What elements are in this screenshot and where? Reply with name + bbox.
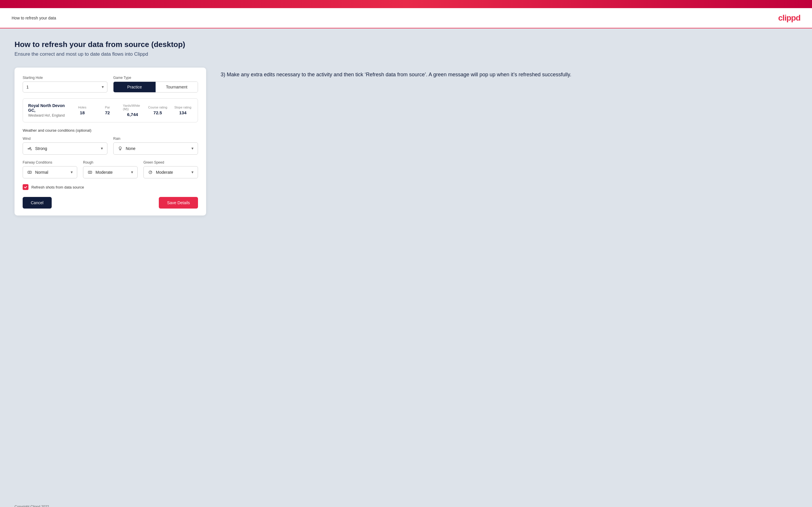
green-speed-dropdown[interactable]: Moderate ▼	[143, 166, 198, 178]
header: How to refresh your data clippd	[0, 8, 812, 29]
starting-hole-select[interactable]: 1 10	[22, 81, 107, 93]
wind-value: Strong	[35, 146, 98, 151]
green-speed-label: Green Speed	[143, 160, 198, 164]
rough-chevron-icon: ▼	[130, 170, 134, 174]
svg-point-2	[29, 172, 30, 173]
starting-hole-select-wrapper: 1 10 ▼	[22, 81, 107, 93]
game-type-toggle: Practice Tournament	[113, 81, 198, 93]
svg-rect-3	[88, 171, 92, 173]
green-speed-group: Green Speed Moderate ▼	[143, 160, 198, 178]
starting-hole-group: Starting Hole 1 10 ▼	[22, 76, 107, 93]
game-type-label: Game Type	[113, 76, 198, 80]
course-rating-label: Course rating	[148, 106, 167, 109]
rough-value: Moderate	[96, 170, 128, 175]
top-bar	[0, 0, 812, 8]
svg-point-4	[89, 172, 91, 173]
course-name: Royal North Devon GC,	[28, 103, 67, 113]
yards-value: 6,744	[127, 112, 138, 117]
main-content: How to refresh your data from source (de…	[0, 29, 812, 501]
wind-rain-row: Wind Strong ▼	[22, 136, 198, 155]
fairway-rough-green-row: Fairway Conditions Normal ▼	[22, 160, 198, 178]
page-heading: How to refresh your data from source (de…	[14, 40, 798, 49]
description-text: 3) Make any extra edits necessary to the…	[221, 70, 798, 79]
fairway-icon	[27, 169, 33, 175]
save-button[interactable]: Save Details	[159, 197, 198, 209]
refresh-checkbox-row[interactable]: Refresh shots from data source	[22, 184, 198, 190]
form-card: Starting Hole 1 10 ▼ Game Type Practice …	[14, 68, 206, 216]
rain-label: Rain	[113, 136, 198, 141]
yards-label: Yards/White (M))	[123, 104, 142, 111]
svg-point-0	[119, 147, 121, 149]
fairway-chevron-icon: ▼	[70, 170, 73, 174]
copyright: Copyright Clippd 2022	[14, 505, 49, 507]
rain-chevron-icon: ▼	[191, 147, 194, 151]
holes-value: 18	[80, 110, 85, 115]
course-info-card: Royal North Devon GC, Westward Ho!, Engl…	[22, 98, 198, 122]
wind-label: Wind	[22, 136, 107, 141]
starting-hole-gametype-row: Starting Hole 1 10 ▼ Game Type Practice …	[22, 76, 198, 93]
fairway-group: Fairway Conditions Normal ▼	[22, 160, 77, 178]
wind-icon	[27, 145, 33, 152]
practice-button[interactable]: Practice	[113, 82, 156, 92]
starting-hole-label: Starting Hole	[22, 76, 107, 80]
wind-group: Wind Strong ▼	[22, 136, 107, 155]
par-value: 72	[105, 110, 110, 115]
refresh-checkbox-label: Refresh shots from data source	[31, 185, 84, 189]
tournament-button[interactable]: Tournament	[156, 82, 198, 92]
conditions-section: Weather and course conditions (optional)…	[22, 128, 198, 178]
game-type-group: Game Type Practice Tournament	[113, 76, 198, 93]
course-stat-course-rating: Course rating 72.5	[148, 106, 167, 115]
wind-dropdown[interactable]: Strong ▼	[22, 143, 107, 155]
rain-icon	[117, 145, 123, 152]
course-stat-par: Par 72	[98, 106, 117, 115]
rain-group: Rain None ▼	[113, 136, 198, 155]
cancel-button[interactable]: Cancel	[22, 197, 52, 209]
weather-section-label: Weather and course conditions (optional)	[22, 128, 198, 132]
course-location: Westward Ho!, England	[28, 113, 67, 117]
breadcrumb: How to refresh your data	[12, 16, 56, 20]
rain-dropdown[interactable]: None ▼	[113, 143, 198, 155]
rough-dropdown[interactable]: Moderate ▼	[83, 166, 138, 178]
green-speed-value: Moderate	[156, 170, 189, 175]
fairway-value: Normal	[35, 170, 68, 175]
fairway-dropdown[interactable]: Normal ▼	[22, 166, 77, 178]
green-speed-icon	[147, 169, 154, 175]
wind-chevron-icon: ▼	[100, 147, 104, 151]
slope-rating-value: 134	[179, 110, 186, 115]
svg-point-6	[150, 172, 151, 173]
description-col: 3) Make any extra edits necessary to the…	[221, 68, 798, 79]
logo: clippd	[778, 13, 800, 22]
green-speed-chevron-icon: ▼	[191, 170, 194, 174]
course-rating-value: 72.5	[154, 110, 162, 115]
rough-icon	[87, 169, 93, 175]
footer: Copyright Clippd 2022	[0, 501, 812, 507]
button-row: Cancel Save Details	[22, 197, 198, 209]
content-row: Starting Hole 1 10 ▼ Game Type Practice …	[14, 68, 798, 216]
par-label: Par	[105, 106, 110, 109]
page-subheading: Ensure the correct and most up to date d…	[14, 51, 798, 57]
rough-group: Rough Moderate ▼	[83, 160, 138, 178]
slope-rating-label: Slope rating	[174, 106, 191, 109]
rough-label: Rough	[83, 160, 138, 164]
rain-value: None	[126, 146, 189, 151]
course-stat-yards: Yards/White (M)) 6,744	[123, 104, 142, 117]
refresh-checkbox[interactable]	[22, 184, 29, 190]
holes-label: Holes	[78, 106, 86, 109]
fairway-label: Fairway Conditions	[22, 160, 77, 164]
course-stat-holes: Holes 18	[72, 106, 92, 115]
svg-rect-1	[28, 171, 31, 173]
course-name-col: Royal North Devon GC, Westward Ho!, Engl…	[28, 103, 67, 117]
course-stat-slope-rating: Slope rating 134	[173, 106, 193, 115]
